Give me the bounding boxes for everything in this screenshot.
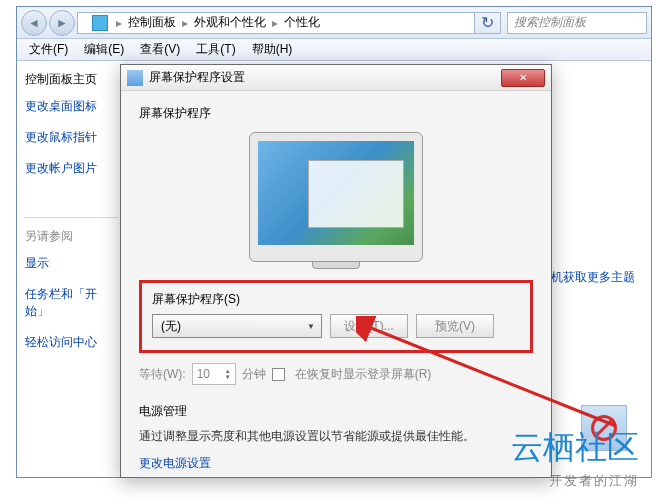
menu-help[interactable]: 帮助(H) — [244, 41, 301, 58]
power-title: 电源管理 — [139, 403, 533, 420]
search-input[interactable]: 搜索控制面板 — [507, 12, 647, 34]
right-links: 联机获取更多主题 — [539, 269, 635, 296]
sidebar-also-label: 另请参阅 — [25, 228, 118, 245]
wait-label: 等待(W): — [139, 366, 186, 383]
spinner-arrows-icon[interactable]: ▲▼ — [225, 368, 231, 380]
power-section: 电源管理 通过调整显示亮度和其他电源设置以节省能源或提供最佳性能。 更改电源设置 — [139, 403, 533, 472]
dialog-body: 屏幕保护程序 屏幕保护程序(S) (无) 设置(T)... 预览(V) 等待(W… — [121, 91, 551, 486]
power-desc: 通过调整显示亮度和其他电源设置以节省能源或提供最佳性能。 — [139, 428, 533, 445]
forward-button[interactable]: ► — [49, 10, 75, 36]
preview-screen — [258, 141, 414, 245]
control-panel-icon — [92, 15, 108, 31]
menu-edit[interactable]: 编辑(E) — [76, 41, 132, 58]
sidebar: 控制面板主页 更改桌面图标 更改鼠标指针 更改帐户图片 另请参阅 显示 任务栏和… — [17, 61, 127, 477]
screensaver-settings-dialog: 屏幕保护程序设置 ✕ 屏幕保护程序 屏幕保护程序(S) (无) 设置(T)...… — [120, 64, 552, 478]
screensaver-preview-monitor — [249, 132, 423, 262]
wait-value: 10 — [197, 367, 210, 381]
menu-view[interactable]: 查看(V) — [132, 41, 188, 58]
breadcrumb[interactable]: ▸ 控制面板 ▸ 外观和个性化 ▸ 个性化 — [77, 12, 475, 34]
chevron-right-icon: ▸ — [114, 16, 124, 30]
menu-file[interactable]: 文件(F) — [21, 41, 76, 58]
chevron-right-icon: ▸ — [270, 16, 280, 30]
dialog-titlebar: 屏幕保护程序设置 ✕ — [121, 65, 551, 91]
power-settings-link[interactable]: 更改电源设置 — [139, 455, 533, 472]
highlight-annotation: 屏幕保护程序(S) (无) 设置(T)... 预览(V) — [139, 280, 533, 353]
nav-bar: ◄ ► ▸ 控制面板 ▸ 外观和个性化 ▸ 个性化 ↻ 搜索控制面板 — [17, 7, 651, 39]
crumb-personalization[interactable]: 个性化 — [280, 14, 324, 31]
sidebar-home[interactable]: 控制面板主页 — [25, 71, 118, 88]
saver-label: 屏幕保护程序(S) — [152, 291, 520, 308]
saver-row: (无) 设置(T)... 预览(V) — [152, 314, 520, 338]
chevron-right-icon: ▸ — [180, 16, 190, 30]
wait-unit: 分钟 — [242, 366, 266, 383]
back-button[interactable]: ◄ — [21, 10, 47, 36]
screensaver-thumbnail[interactable] — [581, 405, 627, 451]
screensaver-value: (无) — [161, 318, 181, 335]
sidebar-also-ease-access[interactable]: 轻松访问中心 — [25, 334, 118, 351]
dialog-icon — [127, 70, 143, 86]
resume-label: 在恢复时显示登录屏幕(R) — [295, 366, 432, 383]
preview-button[interactable]: 预览(V) — [416, 314, 494, 338]
resume-checkbox[interactable] — [272, 368, 285, 381]
dialog-title: 屏幕保护程序设置 — [149, 69, 501, 86]
wait-spinner[interactable]: 10 ▲▼ — [192, 363, 236, 385]
section-label: 屏幕保护程序 — [139, 105, 533, 122]
sidebar-also-display[interactable]: 显示 — [25, 255, 118, 272]
menu-tools[interactable]: 工具(T) — [188, 41, 243, 58]
menu-bar: 文件(F) 编辑(E) 查看(V) 工具(T) 帮助(H) — [17, 39, 651, 61]
sidebar-link-desktop-icons[interactable]: 更改桌面图标 — [25, 98, 118, 115]
settings-button[interactable]: 设置(T)... — [330, 314, 408, 338]
sidebar-link-mouse-pointer[interactable]: 更改鼠标指针 — [25, 129, 118, 146]
no-entry-icon — [591, 415, 617, 441]
crumb-appearance[interactable]: 外观和个性化 — [190, 14, 270, 31]
sidebar-separator — [25, 217, 118, 218]
crumb-control-panel[interactable]: 控制面板 — [124, 14, 180, 31]
monitor-stand — [312, 261, 360, 269]
sidebar-link-account-picture[interactable]: 更改帐户图片 — [25, 160, 118, 177]
link-more-themes[interactable]: 联机获取更多主题 — [539, 269, 635, 286]
screensaver-dropdown[interactable]: (无) — [152, 314, 322, 338]
sidebar-also-taskbar[interactable]: 任务栏和「开始」 — [25, 286, 118, 320]
close-button[interactable]: ✕ — [501, 69, 545, 87]
refresh-button[interactable]: ↻ — [475, 12, 501, 34]
wait-row: 等待(W): 10 ▲▼ 分钟 在恢复时显示登录屏幕(R) — [139, 363, 533, 385]
